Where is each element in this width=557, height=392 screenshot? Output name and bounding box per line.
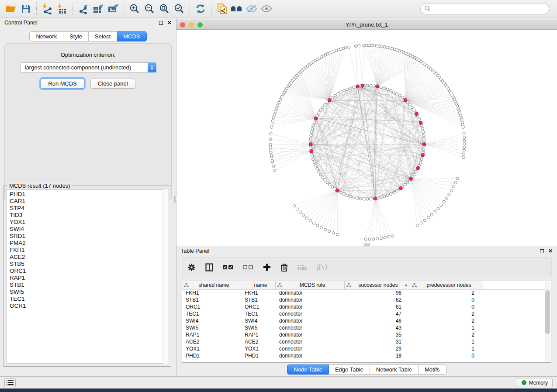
table-scrollbar-thumb[interactable]: [545, 290, 550, 334]
mcds-result-item[interactable]: SWI4: [10, 226, 168, 233]
mcds-result-item[interactable]: ACE2: [10, 254, 168, 261]
mcds-result-item[interactable]: CAR1: [10, 198, 168, 205]
table-tabs: Node Table Edge Table Network Table Moti…: [176, 364, 557, 375]
table-row[interactable]: YOX1YOX1connector291: [182, 345, 551, 352]
toolbar-separator: [73, 3, 73, 15]
mcds-result-item[interactable]: STB1: [10, 282, 168, 289]
toolbar-separator: [190, 3, 190, 15]
close-panel-icon[interactable]: ✕: [167, 20, 172, 25]
clone-network-button[interactable]: [214, 2, 229, 16]
search-box: [420, 3, 549, 14]
column-header[interactable]: predecessor nodes: [410, 281, 483, 289]
control-panel-header: Control Panel ✕: [0, 17, 176, 28]
table-row[interactable]: STB1STB1dominator620: [182, 296, 551, 303]
table-row[interactable]: ACE2ACE2connector311: [182, 338, 551, 345]
table-settings-gear-icon[interactable]: [187, 263, 196, 272]
export-network-button[interactable]: [76, 2, 91, 16]
create-column-plus-icon[interactable]: [263, 263, 271, 271]
mcds-result-title: MCDS result (17 nodes): [7, 182, 72, 189]
zoom-selected-button[interactable]: [172, 2, 187, 16]
tab-mcds[interactable]: MCDS: [117, 31, 146, 41]
mcds-result-item[interactable]: PHD1: [10, 191, 168, 198]
delete-column-trash-icon[interactable]: [280, 263, 288, 272]
export-table-button[interactable]: [91, 2, 106, 16]
mcds-result-item[interactable]: STB5: [10, 261, 168, 268]
mcds-result-item[interactable]: PMA2: [10, 240, 168, 247]
node-table[interactable]: shared namenameMCDS rolesuccessor nodes▾…: [182, 281, 551, 363]
table-row[interactable]: PHD1PHD1dominator180: [182, 352, 551, 359]
sort-descending-icon: ▾: [405, 283, 407, 288]
import-network-button[interactable]: [40, 2, 55, 16]
close-panel-button[interactable]: Close panel: [90, 79, 135, 89]
run-mcds-button[interactable]: Run MCDS: [41, 79, 84, 89]
mcds-result-item[interactable]: TEC1: [10, 296, 168, 303]
zoom-out-button[interactable]: [142, 2, 157, 16]
column-header[interactable]: shared name: [182, 281, 241, 289]
mcds-result-item[interactable]: FKH1: [10, 247, 168, 254]
table-row[interactable]: RAP1RAP1dominator352: [182, 331, 551, 338]
table-row[interactable]: TEC1TEC1connector472: [182, 310, 551, 317]
column-header[interactable]: MCDS role: [276, 281, 345, 289]
mcds-result-item[interactable]: SRD1: [10, 233, 168, 240]
home-neighbors-button[interactable]: [229, 2, 244, 16]
tab-style[interactable]: Style: [63, 31, 89, 41]
mcds-result-item[interactable]: TID3: [10, 212, 168, 219]
control-panel: Control Panel ✕ Network Style Select MCD…: [0, 17, 176, 376]
column-header[interactable]: name: [241, 281, 276, 289]
memory-status-icon: [522, 380, 526, 385]
toolbar-separator: [211, 3, 211, 15]
column-header[interactable]: successor nodes▾: [345, 281, 410, 289]
select-all-columns-icon[interactable]: [223, 265, 233, 270]
mcds-result-item[interactable]: GCR1: [10, 303, 168, 309]
float-panel-icon[interactable]: [540, 249, 544, 253]
tab-edge-table[interactable]: Edge Table: [329, 364, 370, 375]
show-column-panel-icon[interactable]: [205, 263, 213, 272]
mcds-list-scrollbar[interactable]: [163, 189, 168, 364]
export-image-button[interactable]: [106, 2, 121, 16]
mcds-result-item[interactable]: STP4: [10, 205, 168, 212]
zoom-in-button[interactable]: [127, 2, 142, 16]
tab-network-table[interactable]: Network Table: [370, 364, 419, 375]
tab-motifs[interactable]: Motifs: [419, 364, 446, 375]
tab-node-table[interactable]: Node Table: [287, 364, 329, 375]
network-resize-grip[interactable]: [364, 243, 370, 246]
unselect-all-columns-icon[interactable]: [243, 265, 253, 270]
save-button[interactable]: [18, 2, 33, 16]
node-table-body: FKH1FKH1dominator962STB1STB1dominator620…: [182, 289, 551, 359]
tab-select[interactable]: Select: [89, 31, 117, 41]
memory-button[interactable]: Memory: [517, 378, 553, 387]
open-file-button[interactable]: [3, 2, 18, 16]
zoom-fit-button[interactable]: [157, 2, 172, 16]
table-row[interactable]: SWI4SWI4dominator462: [182, 317, 551, 324]
table-row[interactable]: SWI5SWI5connector431: [182, 324, 551, 331]
delete-table-icon-disabled: [298, 264, 307, 271]
select-stepper-icon: [148, 62, 156, 72]
float-panel-icon[interactable]: [159, 21, 163, 25]
close-panel-icon[interactable]: ✕: [548, 248, 553, 254]
search-input[interactable]: [420, 3, 549, 14]
control-panel-tabs: Network Style Select MCDS: [0, 31, 176, 41]
import-table-button[interactable]: [55, 2, 69, 16]
function-builder-icon: f(x): [317, 263, 327, 272]
show-all-button[interactable]: [259, 2, 274, 16]
toolbar-separator: [124, 3, 124, 15]
mcds-result-list[interactable]: PHD1CAR1STP4TID3YOX1SWI4SRD1PMA2FKH1ACE2…: [7, 189, 168, 364]
mcds-result-item[interactable]: ORC1: [10, 268, 168, 275]
table-row[interactable]: ORC1ORC1dominator610: [182, 303, 551, 310]
app-window: Control Panel ✕ Network Style Select MCD…: [0, 0, 557, 389]
toolbar-separator: [36, 3, 37, 15]
table-scrollbar[interactable]: [545, 282, 550, 362]
control-panel-title: Control Panel: [4, 20, 38, 26]
optimization-criterion-label: Optimization criterion:: [5, 52, 171, 58]
network-titlebar[interactable]: YPA_prune.txt_1: [176, 20, 557, 30]
network-canvas[interactable]: [176, 30, 557, 246]
table-row[interactable]: FKH1FKH1dominator962: [182, 289, 551, 296]
mcds-result-item[interactable]: SWI5: [10, 289, 168, 296]
refresh-button[interactable]: [193, 2, 208, 16]
show-panels-list-button[interactable]: [4, 378, 16, 387]
mcds-result-item[interactable]: RAP1: [10, 275, 168, 282]
mcds-result-item[interactable]: YOX1: [10, 219, 168, 226]
hide-selected-button[interactable]: [244, 2, 259, 16]
tab-network[interactable]: Network: [29, 31, 63, 41]
optimization-criterion-select[interactable]: largest connected component (undirected): [20, 62, 156, 72]
